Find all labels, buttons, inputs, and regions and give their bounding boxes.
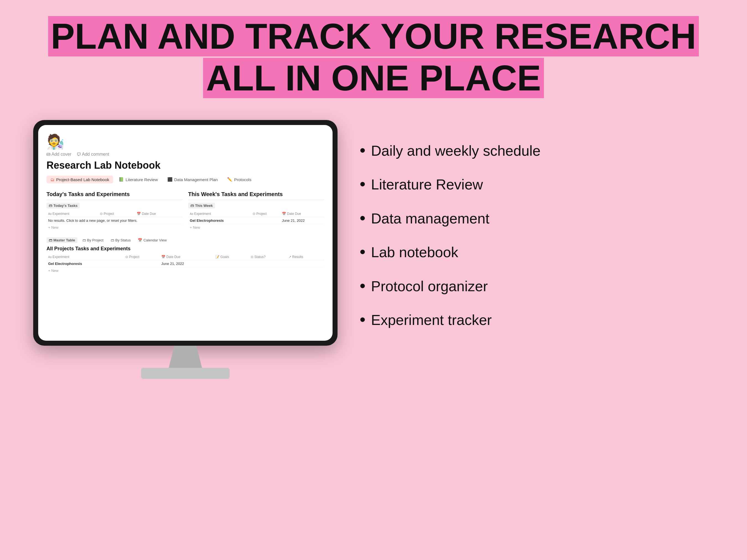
col-project-today: ⊙ Project: [98, 211, 135, 217]
col-datedue-all: 📅 Date Due: [160, 254, 213, 260]
thisweek-sub-tabs: 🗃 This Week: [188, 203, 324, 209]
todays-tasks-col: Today's Tasks and Experiments 🗃 Today's …: [47, 191, 183, 231]
monitor-stand-base: [141, 368, 230, 379]
sub-tab-today[interactable]: 🗃 Today's Tasks: [47, 203, 80, 209]
col-project-all: ⊙ Project: [124, 254, 160, 260]
col-results-all: ↗ Results: [287, 254, 324, 260]
todays-table: Aα Experiment ⊙ Project 📅 Date Due No re…: [47, 211, 183, 224]
page-emoji: 🧑‍🔬: [47, 133, 324, 150]
add-comment-btn[interactable]: Add comment: [77, 152, 109, 157]
feature-item-1: • Literature Review: [360, 176, 714, 193]
todays-section-title: Today's Tasks and Experiments: [47, 191, 183, 200]
allprojects-row-0: Gel Electrophoresis June 21, 2022: [47, 260, 324, 267]
features-list: • Daily and weekly schedule • Literature…: [360, 120, 714, 345]
col-experiment-all: Aα Experiment: [47, 254, 124, 260]
col-experiment-week: Aα Experiment: [188, 211, 251, 217]
all-projects-table: Aα Experiment ⊙ Project 📅 Date Due 📝 Goa…: [47, 254, 324, 267]
tab-protocols[interactable]: ✏️ Protocols: [223, 176, 255, 183]
page-title: Research Lab Notebook: [47, 160, 324, 171]
main-content: 🧑‍🔬 Add cover Add comment Research Lab N…: [0, 109, 747, 390]
col-datedue-today: 📅 Date Due: [135, 211, 183, 217]
monitor-frame: 🧑‍🔬 Add cover Add comment Research Lab N…: [33, 120, 337, 346]
allprojects-add-row[interactable]: + New: [47, 267, 324, 274]
bottom-tab-calendar[interactable]: 📅 Calendar View: [135, 237, 169, 243]
thisweek-tasks-col: This Week's Tasks and Experiments 🗃 This…: [188, 191, 324, 231]
col-datedue-week: 📅 Date Due: [280, 211, 324, 217]
thisweek-table: Aα Experiment ⊙ Project 📅 Date Due Gel E…: [188, 211, 324, 224]
feature-item-0: • Daily and weekly schedule: [360, 142, 714, 159]
col-project-week: ⊙ Project: [251, 211, 280, 217]
monitor-stand-neck: [158, 346, 213, 368]
feature-item-3: • Lab notebook: [360, 244, 714, 261]
header: PLAN AND TRACK YOUR RESEARCH ALL IN ONE …: [0, 0, 747, 109]
feature-item-5: • Experiment tracker: [360, 311, 714, 328]
monitor-screen: 🧑‍🔬 Add cover Add comment Research Lab N…: [38, 125, 333, 341]
thisweek-row-0: Gel Electrophoresis June 21, 2022: [188, 217, 324, 224]
col-status-all: ⊙ Status?: [249, 254, 287, 260]
bottom-tab-master[interactable]: 🗃 Master Table: [47, 237, 77, 243]
todays-empty-row: No results. Click to add a new page, or …: [47, 217, 183, 224]
tab-data-management[interactable]: ⬛ Data Management Plan: [163, 176, 222, 183]
all-projects-title: All Projects Tasks and Experiments: [47, 246, 324, 252]
feature-text-2: Data management: [371, 210, 489, 227]
page-tabs: 🗂 Project-Based Lab Notebook 📗 Literatur…: [47, 176, 324, 183]
feature-text-0: Daily and weekly schedule: [371, 142, 541, 159]
todays-sub-tabs: 🗃 Today's Tasks: [47, 203, 183, 209]
add-cover-btn[interactable]: Add cover: [47, 152, 71, 157]
tab-project-lab-notebook[interactable]: 🗂 Project-Based Lab Notebook: [47, 176, 113, 183]
todays-add-row[interactable]: + New: [47, 224, 183, 231]
col-experiment-today: Aα Experiment: [47, 211, 98, 217]
feature-text-4: Protocol organizer: [371, 278, 488, 295]
two-col-sections: Today's Tasks and Experiments 🗃 Today's …: [47, 191, 324, 231]
monitor-container: 🧑‍🔬 Add cover Add comment Research Lab N…: [33, 120, 337, 379]
col-goals-all: 📝 Goals: [213, 254, 249, 260]
feature-text-3: Lab notebook: [371, 244, 458, 261]
bottom-tab-bystatus[interactable]: 🗃 By Status: [108, 237, 133, 243]
headline-line1: PLAN AND TRACK YOUR RESEARCH: [48, 17, 699, 56]
tab-literature-review[interactable]: 📗 Literature Review: [115, 176, 162, 183]
feature-text-1: Literature Review: [371, 176, 483, 193]
headline-line2: ALL IN ONE PLACE: [203, 58, 544, 98]
meta-actions: Add cover Add comment: [47, 152, 324, 157]
thisweek-section-title: This Week's Tasks and Experiments: [188, 191, 324, 200]
feature-item-2: • Data management: [360, 210, 714, 227]
bottom-tab-byproject[interactable]: 🗃 By Project: [80, 237, 106, 243]
sub-tab-thisweek[interactable]: 🗃 This Week: [188, 203, 215, 209]
feature-item-4: • Protocol organizer: [360, 278, 714, 295]
feature-text-5: Experiment tracker: [371, 311, 492, 328]
bottom-tabs: 🗃 Master Table 🗃 By Project 🗃 By Status …: [47, 237, 324, 243]
thisweek-add-row[interactable]: + New: [188, 224, 324, 231]
